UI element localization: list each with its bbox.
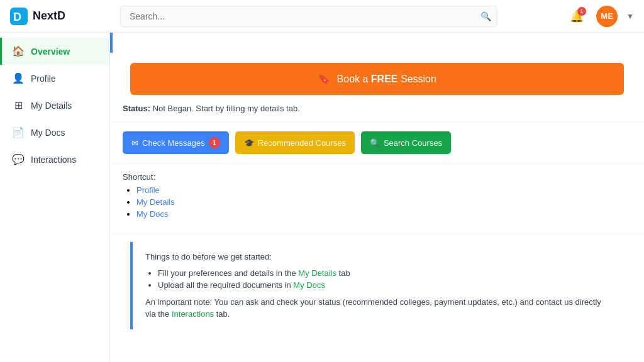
details-icon: ⊞ — [12, 99, 25, 111]
info-list: Fill your preferences and details in the… — [145, 268, 611, 290]
docs-icon: 📄 — [12, 126, 25, 138]
info-note-suffix: tab. — [214, 309, 230, 319]
sidebar-interactions-label: Interactions — [31, 155, 76, 165]
search-courses-label: Search Courses — [384, 138, 442, 148]
search-courses-icon: 🔍 — [370, 138, 380, 148]
content-area: 🔖 Book a FREE Book a FREE SessionSession… — [110, 33, 644, 362]
sidebar-my-docs-label: My Docs — [31, 128, 65, 138]
recommended-courses-label: Recommended Courses — [258, 138, 346, 148]
shortcut-my-docs-link[interactable]: My Docs — [136, 209, 169, 219]
book-icon: 🔖 — [318, 74, 330, 84]
topbar-right: 🔔 1 ME ▼ — [566, 6, 634, 27]
notification-button[interactable]: 🔔 1 — [566, 6, 587, 27]
sidebar-my-details-label: My Details — [31, 101, 72, 111]
shortcut-list: Profile My Details My Docs — [123, 185, 631, 219]
check-messages-label: Check Messages — [142, 138, 205, 148]
search-icon: 🔍 — [480, 11, 491, 21]
main-layout: 🏠 Overview 👤 Profile ⊞ My Details 📄 My D… — [0, 33, 644, 362]
svg-text:D: D — [13, 11, 21, 23]
home-icon: 🏠 — [12, 45, 25, 57]
info-note: An important note: You can ask and check… — [145, 296, 611, 321]
sidebar-item-my-details[interactable]: ⊞ My Details — [0, 92, 109, 119]
recommended-icon: 🎓 — [244, 138, 254, 148]
sidebar-overview-label: Overview — [31, 47, 70, 57]
shortcut-profile: Profile — [136, 185, 631, 195]
search-input[interactable] — [120, 6, 497, 27]
topbar: D NextD 🔍 🔔 1 ME ▼ — [0, 0, 644, 33]
check-messages-button[interactable]: ✉ Check Messages 1 — [123, 131, 229, 154]
info-item-my-details: Fill your preferences and details in the… — [158, 268, 611, 278]
sidebar-item-profile[interactable]: 👤 Profile — [0, 65, 109, 92]
interactions-link[interactable]: Interactions — [172, 309, 214, 319]
search-area: 🔍 — [120, 6, 497, 27]
interactions-icon: 💬 — [12, 153, 25, 165]
notification-badge: 1 — [577, 7, 586, 16]
sidebar-profile-label: Profile — [31, 74, 56, 84]
info-title: Things to do before we get started: — [145, 251, 611, 263]
buttons-row: ✉ Check Messages 1 🎓 Recommended Courses… — [110, 123, 644, 163]
shortcut-label: Shortcut: — [123, 172, 631, 182]
sidebar-item-my-docs[interactable]: 📄 My Docs — [0, 119, 109, 146]
status-area: Status: Not Began. Start by filling my d… — [110, 95, 644, 123]
sidebar-item-overview[interactable]: 🏠 Overview — [0, 38, 109, 65]
messages-badge: 1 — [209, 137, 220, 148]
info-item-my-docs: Upload all the required documents in My … — [158, 280, 611, 290]
content-inner: 🔖 Book a FREE Book a FREE SessionSession… — [110, 33, 644, 362]
shortcut-profile-link[interactable]: Profile — [136, 185, 160, 195]
profile-icon: 👤 — [12, 72, 25, 84]
book-session-banner[interactable]: 🔖 Book a FREE Book a FREE SessionSession — [130, 63, 624, 95]
recommended-courses-button[interactable]: 🎓 Recommended Courses — [235, 131, 355, 154]
info-wrapper: Things to do before we get started: Fill… — [110, 234, 644, 337]
my-details-link[interactable]: My Details — [298, 268, 336, 278]
shortcut-my-docs: My Docs — [136, 209, 631, 219]
my-docs-link[interactable]: My Docs — [293, 280, 325, 290]
search-courses-button[interactable]: 🔍 Search Courses — [361, 131, 451, 154]
free-label: FREE — [371, 74, 398, 84]
info-section: Things to do before we get started: Fill… — [130, 242, 624, 329]
logo-area: D NextD — [10, 8, 120, 25]
shortcut-my-details: My Details — [136, 197, 631, 207]
sidebar: 🏠 Overview 👤 Profile ⊞ My Details 📄 My D… — [0, 33, 110, 362]
status-label: Status: — [123, 104, 150, 113]
shortcuts-area: Shortcut: Profile My Details My Docs — [110, 163, 644, 234]
avatar-button[interactable]: ME — [596, 6, 618, 27]
logo-icon: D — [10, 8, 28, 25]
avatar-dropdown-icon[interactable]: ▼ — [626, 12, 634, 21]
sidebar-item-interactions[interactable]: 💬 Interactions — [0, 146, 109, 173]
blue-accent-strip — [110, 33, 113, 53]
avatar-initials: ME — [601, 11, 613, 21]
status-value: Not Began. Start by filling my details t… — [153, 104, 300, 113]
shortcut-my-details-link[interactable]: My Details — [136, 197, 175, 207]
message-icon: ✉ — [131, 138, 138, 148]
app-name: NextD — [33, 9, 65, 23]
